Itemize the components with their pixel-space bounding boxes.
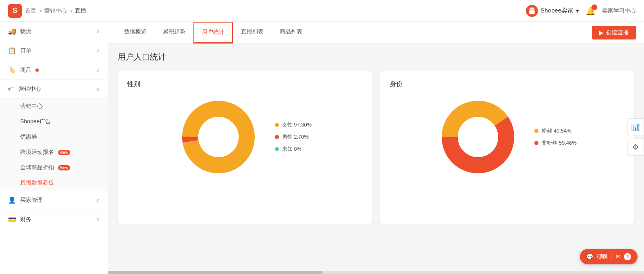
legend-female: 女性 97.30% — [275, 121, 312, 129]
products-inner: 🏷️ 商品 — [8, 66, 39, 74]
gender-chart-inner: 女性 97.30% 男性 2.70% 未知 0% — [127, 97, 362, 177]
logistics-icon: 🚚 — [8, 27, 16, 35]
sidebar-item-logistics[interactable]: 🚚 物流 ∨ — [0, 22, 108, 41]
finance-inner: 💳 财务 — [8, 216, 31, 223]
identity-chart-card: 身份 — [380, 71, 634, 224]
tab-live-list[interactable]: 直播列表 — [233, 22, 272, 44]
tab-trend[interactable]: 累积趋势 — [155, 22, 193, 44]
chat-badge: 2 — [624, 253, 631, 260]
chat-button[interactable]: 💬 聊聊 | ✉ 2 — [580, 249, 638, 264]
svg-point-5 — [458, 117, 498, 157]
video-icon: ▶ — [599, 29, 604, 36]
svg-point-2 — [198, 117, 239, 157]
right-float-buttons: 📊 ⚙ — [627, 118, 644, 156]
seller-name: Shopee卖家 — [540, 7, 573, 15]
submenu-global-discount[interactable]: 全球商品折扣 New — [0, 160, 108, 175]
orders-chevron: ∨ — [96, 48, 100, 54]
header-left: S 首页 > 营销中心 > 直播 — [8, 4, 86, 18]
sidebar-item-marketing[interactable]: 🏷 营销中心 ∧ — [0, 80, 108, 99]
breadcrumb-current: 直播 — [75, 7, 86, 15]
shopee-logo-icon: S — [8, 4, 22, 18]
submenu-marketing-center[interactable]: 营销中心 — [0, 99, 108, 114]
main-content: 数据概览 累积趋势 用户统计 直播列表 商品列表 ▶ 创建直播 用户人口统计 性… — [108, 22, 644, 274]
seller-center-link[interactable]: 卖家学习中心 — [602, 7, 636, 15]
buyer-mgmt-inner: 👤 买家管理 — [8, 196, 43, 204]
gender-chart-title: 性别 — [127, 80, 362, 89]
submenu-coupons[interactable]: 优惠券 — [0, 129, 108, 145]
settings-circle-icon: ⚙ — [632, 143, 639, 152]
sidebar-label-buyer-mgmt: 买家管理 — [20, 197, 43, 204]
orders-icon: 📋 — [8, 47, 16, 54]
marketing-chevron: ∧ — [96, 86, 100, 92]
legend-male: 男性 2.70% — [275, 133, 312, 141]
seller-logo-icon — [526, 5, 538, 17]
logistics-inner: 🚚 物流 — [8, 27, 31, 35]
gender-legend: 女性 97.30% 男性 2.70% 未知 0% — [275, 121, 312, 153]
submenu-live-dashboard[interactable]: 直播数据看板 — [0, 175, 108, 191]
male-dot — [275, 135, 279, 139]
sidebar-item-buyer-mgmt[interactable]: 👤 买家管理 ∨ — [0, 191, 108, 210]
sidebar-item-products[interactable]: 🏷️ 商品 ∨ — [0, 60, 108, 80]
layout: 🚚 物流 ∨ 📋 订单 ∨ 🏷️ 商品 ∨ 🏷 营销中心 — [0, 22, 644, 274]
submenu-cross-border[interactable]: 跨境活动报名 New — [0, 145, 108, 160]
submenu-shopee-ads[interactable]: Shopee广告 — [0, 114, 108, 129]
products-chevron: ∨ — [96, 67, 100, 73]
gender-chart-card: 性别 — [118, 71, 372, 224]
charts-row: 性别 — [118, 71, 634, 224]
buyer-mgmt-chevron: ∨ — [96, 197, 100, 203]
create-live-label: 创建直播 — [606, 29, 629, 36]
sidebar: 🚚 物流 ∨ 📋 订单 ∨ 🏷️ 商品 ∨ 🏷 营销中心 — [0, 22, 108, 274]
legend-unknown: 未知 0% — [275, 145, 312, 153]
breadcrumb-home[interactable]: 首页 — [25, 7, 36, 15]
unknown-dot — [275, 147, 279, 151]
breadcrumb-marketing[interactable]: 营销中心 — [44, 7, 67, 15]
shopee-seller-info[interactable]: Shopee卖家 ▾ — [526, 5, 579, 17]
chart-toggle-button[interactable]: 📊 — [627, 118, 644, 135]
finance-icon: 💳 — [8, 216, 16, 223]
global-discount-label: 全球商品折扣 — [20, 164, 54, 170]
tab-product-list[interactable]: 商品列表 — [272, 22, 310, 44]
tab-bar: 数据概览 累积趋势 用户统计 直播列表 商品列表 ▶ 创建直播 — [108, 22, 644, 44]
marketing-submenu: 营销中心 Shopee广告 优惠券 跨境活动报名 New 全球商品折扣 New … — [0, 99, 108, 191]
chart-icon: 📊 — [631, 122, 640, 131]
orders-inner: 📋 订单 — [8, 47, 31, 54]
notification-badge — [592, 4, 597, 10]
create-live-button[interactable]: ▶ 创建直播 — [592, 26, 636, 39]
page-title: 用户人口统计 — [118, 52, 634, 62]
sidebar-label-orders: 订单 — [20, 47, 31, 54]
breadcrumb: 首页 > 营销中心 > 直播 — [25, 7, 86, 15]
products-icon: 🏷️ — [8, 66, 16, 74]
unknown-label: 未知 0% — [282, 145, 301, 153]
non-fans-dot — [534, 141, 538, 145]
legend-non-fans: 非粉丝 59.46% — [534, 139, 577, 147]
products-dot-badge — [35, 68, 39, 72]
notification-bell[interactable]: 🔔 — [586, 6, 596, 16]
sidebar-label-marketing: 营销中心 — [19, 85, 41, 93]
tab-overview[interactable]: 数据概览 — [116, 22, 155, 44]
breadcrumb-sep1: > — [39, 8, 42, 14]
message-icon: ✉ — [616, 253, 621, 260]
identity-legend: 粉丝 40.54% 非粉丝 59.46% — [534, 127, 577, 147]
header: S 首页 > 营销中心 > 直播 Shopee卖家 ▾ 🔔 卖家学习中心 — [0, 0, 644, 22]
marketing-icon: 🏷 — [8, 85, 15, 93]
cross-border-new-badge: New — [58, 150, 70, 155]
settings-toggle-button[interactable]: ⚙ — [627, 139, 644, 156]
non-fans-label: 非粉丝 59.46% — [542, 139, 577, 147]
tab-user-stats[interactable]: 用户统计 — [193, 22, 233, 44]
female-label: 女性 97.30% — [282, 121, 312, 129]
fans-label: 粉丝 40.54% — [542, 127, 571, 135]
male-label: 男性 2.70% — [282, 133, 309, 141]
gender-donut — [178, 97, 259, 177]
fans-dot — [534, 129, 538, 133]
scroll-indicator[interactable] — [108, 271, 644, 274]
header-right: Shopee卖家 ▾ 🔔 卖家学习中心 — [526, 5, 636, 17]
identity-chart-title: 身份 — [390, 80, 625, 89]
sidebar-item-orders[interactable]: 📋 订单 ∨ — [0, 41, 108, 60]
tabs-container: 数据概览 累积趋势 用户统计 直播列表 商品列表 — [116, 22, 310, 43]
identity-chart-inner: 粉丝 40.54% 非粉丝 59.46% — [390, 97, 625, 177]
sidebar-item-finance[interactable]: 💳 财务 ∨ — [0, 210, 108, 229]
chat-icon: 💬 — [586, 253, 593, 260]
buyer-mgmt-icon: 👤 — [8, 196, 16, 204]
marketing-inner: 🏷 营销中心 — [8, 85, 41, 93]
sidebar-label-products: 商品 — [20, 66, 31, 74]
